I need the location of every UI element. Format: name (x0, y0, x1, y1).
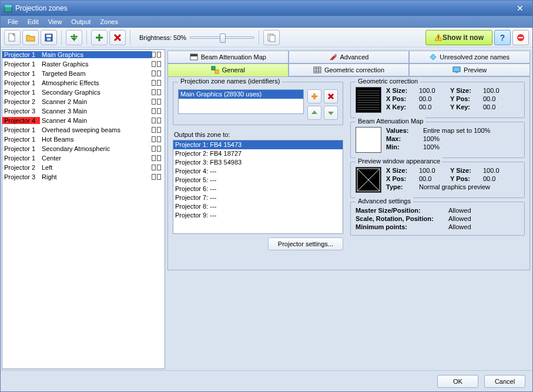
svg-rect-1 (5, 5, 12, 7)
brightness-slider[interactable] (190, 36, 254, 39)
zone-row[interactable]: Projector 1Secondary Atmospheric (2, 144, 165, 153)
output-item[interactable]: Projector 3: FB3 54983 (173, 158, 343, 167)
output-button[interactable] (66, 30, 82, 45)
show-it-now-button[interactable]: ! Show it now (425, 30, 492, 45)
svg-rect-17 (453, 67, 460, 72)
svg-text:!: ! (438, 35, 440, 41)
svg-rect-10 (518, 37, 523, 38)
stop-button[interactable] (512, 30, 529, 45)
output-item[interactable]: Projector 4: --- (173, 167, 343, 176)
monitor-icon (452, 66, 461, 73)
svg-rect-12 (190, 54, 197, 56)
zone-list[interactable]: Projector 1Main GraphicsProjector 1Raste… (2, 49, 165, 369)
toolbar: Brightness: 50% ! Show it now ? (1, 28, 532, 48)
tab-advanced[interactable]: Advanced (289, 51, 410, 63)
svg-rect-4 (46, 35, 51, 37)
svg-point-13 (334, 54, 337, 56)
zone-row[interactable]: Projector 3Scanner 3 Main (2, 106, 165, 116)
zone-row[interactable]: Projector 3Right (2, 172, 165, 182)
diamond-icon (430, 53, 437, 61)
zone-name-item[interactable]: Main Graphics (28930 uses) (179, 90, 303, 99)
output-header: Output this zone to: (173, 129, 343, 140)
output-item[interactable]: Projector 6: --- (173, 185, 343, 193)
menu-file[interactable]: File (3, 17, 23, 26)
help-button[interactable]: ? (494, 30, 511, 45)
dialog-buttons: OK Cancel (1, 370, 532, 391)
tools-icon (329, 53, 337, 61)
preview-thumbnail (356, 167, 381, 193)
tab-unresolved-zone-names[interactable]: Unresolved zone names (409, 51, 530, 63)
zone-row[interactable]: Projector 1Hot Beams (2, 135, 165, 144)
bam-thumbnail (356, 127, 381, 153)
output-item[interactable]: Projector 5: --- (173, 176, 343, 185)
tab-general[interactable]: General (167, 63, 289, 76)
output-item[interactable]: Projector 9: --- (173, 211, 343, 220)
advanced-legend: Advanced settings (356, 197, 413, 205)
zone-row[interactable]: Projector 1Center (2, 153, 165, 163)
copy-button[interactable] (263, 30, 280, 45)
zone-row[interactable]: Projector 1Overhead sweeping beams (2, 125, 165, 135)
add-name-button[interactable] (307, 89, 321, 103)
bam-icon (190, 53, 198, 61)
svg-rect-16 (314, 67, 321, 73)
tab-geometric-correction[interactable]: Geometric correction (289, 63, 410, 76)
menu-view[interactable]: View (43, 17, 67, 26)
zone-row[interactable]: Projector 4Scanner 4 Main (2, 116, 165, 125)
app-icon (4, 4, 12, 12)
window-title: Projection zones (15, 4, 511, 12)
move-up-button[interactable] (307, 106, 321, 120)
menu-output[interactable]: Output (66, 17, 95, 26)
add-button[interactable] (91, 30, 108, 45)
brightness-label: Brightness: 50% (139, 34, 186, 41)
close-button[interactable]: ✕ (511, 3, 529, 14)
save-button[interactable] (41, 30, 57, 45)
open-button[interactable] (22, 30, 39, 45)
zone-row[interactable]: Projector 1Targeted Beam (2, 69, 165, 78)
zone-row[interactable]: Projector 1Secondary Graphics (2, 88, 165, 97)
grid-icon (313, 66, 321, 73)
output-item[interactable]: Projector 7: --- (173, 193, 343, 202)
preview-legend: Preview window appearance (356, 158, 443, 165)
zone-row[interactable]: Projector 2Left (2, 163, 165, 172)
tab-preview[interactable]: Preview (409, 63, 530, 76)
zone-row[interactable]: Projector 1Main Graphics (2, 50, 165, 59)
geo-thumbnail (356, 87, 381, 113)
svg-rect-7 (270, 35, 275, 42)
output-item[interactable]: Projector 8: --- (173, 202, 343, 211)
cancel-button[interactable]: Cancel (484, 375, 525, 388)
delete-button[interactable] (109, 30, 126, 45)
zone-names-list[interactable]: Main Graphics (28930 uses) (178, 89, 304, 114)
warning-icon: ! (434, 33, 443, 42)
titlebar: Projection zones ✕ (1, 1, 532, 16)
move-down-button[interactable] (324, 106, 338, 120)
names-legend: Projection zone names (identifiers) (178, 78, 282, 85)
svg-rect-5 (47, 38, 51, 41)
output-list[interactable]: Projector 1: FB4 15473Projector 2: FB4 1… (173, 140, 343, 234)
menubar: File Edit View Output Zones (1, 16, 532, 28)
bam-legend: Beam Attenuation Map (356, 118, 425, 125)
menu-zones[interactable]: Zones (95, 17, 123, 26)
ok-button[interactable]: OK (437, 375, 478, 388)
svg-rect-15 (215, 70, 219, 73)
output-item[interactable]: Projector 2: FB4 18727 (173, 149, 343, 158)
zone-row[interactable]: Projector 2Scanner 2 Main (2, 97, 165, 106)
tab-beam-attenuation-map[interactable]: Beam Attenuation Map (167, 51, 289, 63)
projector-settings-button[interactable]: Projector settings... (268, 237, 343, 250)
general-icon (211, 66, 219, 74)
geo-legend: Geometric correction (356, 78, 420, 85)
zone-row[interactable]: Projector 1Raster Graphics (2, 59, 165, 69)
delete-name-button[interactable] (324, 89, 338, 103)
svg-rect-14 (212, 66, 215, 70)
zone-row[interactable]: Projector 1Atmospheric Effects (2, 78, 165, 88)
menu-edit[interactable]: Edit (23, 17, 43, 26)
output-item[interactable]: Projector 1: FB4 15473 (173, 140, 343, 149)
new-button[interactable] (4, 30, 21, 45)
svg-rect-18 (455, 72, 458, 73)
